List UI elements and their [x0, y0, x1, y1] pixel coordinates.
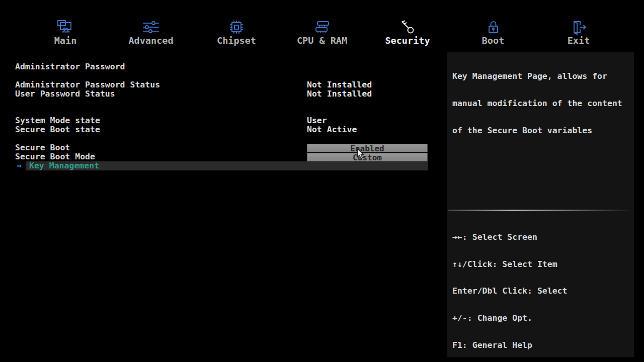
hotkey-legend: →←: Select Screen ↑↓/Click: Select Item … — [452, 215, 567, 362]
submenu-arrow-icon: → — [17, 161, 22, 170]
hotkey-line: F1: General Help — [452, 341, 567, 350]
secure-boot-state-value: Not Active — [307, 125, 357, 134]
mouse-cursor — [357, 148, 365, 162]
tab-label: Security — [385, 36, 430, 45]
system-mode-state-value: User — [307, 116, 327, 125]
tab-label: Boot — [482, 36, 505, 45]
help-panel: Key Management Page, allows for manual m… — [447, 52, 634, 357]
tab-label: Chipset — [217, 36, 256, 45]
admin-password-item[interactable]: Administrator Password — [15, 62, 125, 71]
hotkey-line: ↑↓/Click: Select Item — [452, 260, 567, 269]
secure-boot-mode-label: Secure Boot Mode — [15, 152, 95, 161]
hotkey-line: +/-: Change Opt. — [452, 314, 567, 323]
tab-advanced[interactable]: Advanced — [108, 19, 194, 47]
secure-boot-value-button[interactable]: Enabled — [307, 144, 428, 152]
tab-exit[interactable]: Exit — [536, 19, 621, 47]
hotkey-line: →←: Select Screen — [452, 233, 567, 242]
admin-password-status-label: Administrator Password Status — [15, 80, 160, 89]
help-desc-line: of the Secure Boot variables — [452, 126, 622, 135]
item-help-description: Key Management Page, allows for manual m… — [452, 54, 622, 153]
tab-main[interactable]: Main — [23, 19, 108, 47]
help-desc-line: Key Management Page, allows for — [452, 72, 622, 81]
secure-boot-state-label: Secure Boot state — [15, 125, 100, 134]
key-icon — [400, 19, 415, 35]
bios-tab-bar: Main Advanced Chipset — [23, 19, 621, 47]
user-password-status-label: User Password Status — [15, 89, 115, 99]
tab-security[interactable]: Security — [365, 19, 450, 47]
monitor-icon — [56, 19, 74, 35]
tab-label: Main — [54, 36, 77, 45]
tab-cpu-ram[interactable]: CPU & RAM — [279, 19, 365, 47]
ram-icon — [313, 19, 331, 35]
key-management-link[interactable]: Key Management — [29, 161, 99, 170]
tab-label: Advanced — [128, 36, 173, 45]
help-desc-line: manual modification of the content — [452, 99, 622, 108]
secure-boot-mode-value-button[interactable]: Custom — [307, 153, 428, 161]
tab-label: CPU & RAM — [297, 36, 347, 45]
tab-label: Exit — [568, 36, 590, 45]
secure-boot-label: Secure Boot — [15, 143, 70, 152]
system-mode-state-label: System Mode state — [15, 116, 100, 125]
hotkey-line: Enter/Dbl Click: Select — [452, 287, 567, 296]
padlock-icon — [486, 19, 500, 35]
tab-boot[interactable]: Boot — [450, 19, 536, 47]
help-panel-divider — [448, 210, 633, 211]
chip-icon — [229, 19, 244, 35]
sliders-icon — [143, 19, 159, 35]
user-password-status-value: Not Installed — [307, 89, 372, 99]
tab-chipset[interactable]: Chipset — [194, 19, 279, 47]
exit-door-icon — [570, 19, 587, 35]
admin-password-status-value: Not Installed — [307, 80, 372, 89]
